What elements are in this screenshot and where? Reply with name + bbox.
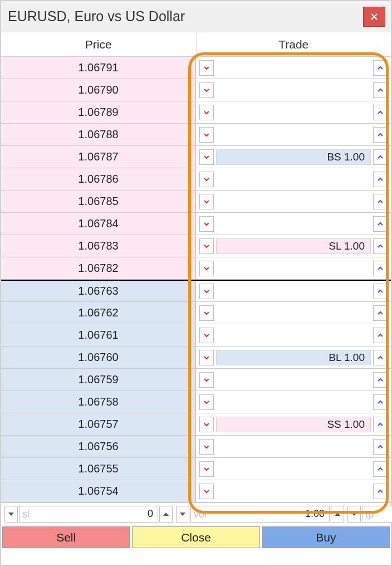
price-cell[interactable]: 1.06790: [1, 79, 196, 101]
price-row: 1.06782: [1, 257, 391, 280]
trade-decrement[interactable]: [199, 238, 214, 254]
trade-cell: [196, 480, 391, 502]
trade-cell: [196, 101, 391, 123]
trade-decrement[interactable]: [199, 261, 214, 276]
sl-decrement[interactable]: [4, 506, 18, 523]
trade-increment[interactable]: [373, 194, 388, 209]
trade-increment[interactable]: [373, 284, 388, 299]
chevron-down-icon: [203, 421, 210, 428]
price-cell[interactable]: 1.06784: [1, 213, 196, 235]
chevron-down-icon: [203, 220, 210, 228]
trade-decrement[interactable]: [199, 82, 214, 98]
vol-decrement[interactable]: [176, 506, 189, 523]
trade-increment[interactable]: [373, 82, 388, 98]
trade-increment[interactable]: [373, 461, 388, 477]
trade-increment[interactable]: [373, 350, 388, 365]
close-window-button[interactable]: [363, 7, 385, 27]
trade-decrement[interactable]: [199, 394, 214, 410]
trade-increment[interactable]: [373, 372, 388, 388]
trade-increment[interactable]: [373, 328, 388, 343]
trade-decrement[interactable]: [199, 127, 214, 143]
price-cell[interactable]: 1.06787: [1, 146, 196, 168]
trade-cell: SS 1.00: [196, 413, 391, 435]
price-row: 1.06790: [1, 79, 391, 101]
sl-input[interactable]: [19, 506, 158, 523]
price-cell[interactable]: 1.06755: [1, 458, 196, 480]
price-cell[interactable]: 1.06756: [1, 436, 196, 457]
chevron-down-icon: [203, 331, 210, 339]
chevron-up-icon: [376, 487, 384, 495]
price-cell[interactable]: 1.06789: [1, 101, 196, 123]
trade-increment[interactable]: [373, 394, 388, 410]
trade-decrement[interactable]: [199, 350, 214, 365]
trade-decrement[interactable]: [199, 484, 214, 499]
trade-value: BL 1.00: [216, 350, 371, 365]
trade-increment[interactable]: [373, 127, 388, 143]
chevron-up-icon: [376, 198, 384, 206]
trade-decrement[interactable]: [199, 305, 214, 321]
trade-decrement[interactable]: [199, 439, 214, 455]
trade-decrement[interactable]: [199, 461, 214, 477]
trade-increment[interactable]: [373, 261, 388, 276]
chevron-down-icon: [180, 513, 185, 516]
close-order-button[interactable]: Close: [132, 526, 259, 548]
price-cell[interactable]: 1.06759: [1, 369, 196, 391]
trade-decrement[interactable]: [199, 372, 214, 388]
chevron-down-icon: [203, 175, 210, 183]
trade-decrement[interactable]: [199, 60, 214, 76]
price-cell[interactable]: 1.06783: [1, 235, 196, 257]
vol-input[interactable]: [190, 506, 330, 523]
chevron-up-icon: [376, 398, 384, 406]
chevron-up-icon: [376, 109, 384, 116]
trade-decrement[interactable]: [199, 149, 214, 165]
trade-cell: [196, 213, 391, 235]
trade-decrement[interactable]: [199, 172, 214, 187]
price-cell[interactable]: 1.06761: [1, 324, 196, 346]
trade-cell: [196, 57, 391, 79]
chevron-up-icon: [335, 513, 340, 516]
trade-header: Trade: [197, 32, 391, 56]
sell-button[interactable]: Sell: [2, 526, 130, 548]
price-row: 1.06791: [1, 57, 391, 79]
trade-increment[interactable]: [373, 216, 388, 232]
buy-button[interactable]: Buy: [262, 526, 390, 548]
trade-increment[interactable]: [373, 172, 388, 187]
trade-increment[interactable]: [373, 238, 388, 254]
trade-decrement[interactable]: [199, 216, 214, 232]
price-cell[interactable]: 1.06788: [1, 124, 196, 145]
trade-decrement[interactable]: [199, 284, 214, 299]
price-cell[interactable]: 1.06754: [1, 480, 196, 502]
price-cell[interactable]: 1.06757: [1, 413, 196, 435]
trade-increment[interactable]: [373, 484, 388, 499]
trade-increment[interactable]: [373, 305, 388, 321]
price-cell[interactable]: 1.06785: [1, 191, 196, 212]
price-cell[interactable]: 1.06760: [1, 347, 196, 368]
chevron-down-icon: [203, 86, 210, 94]
vol-increment[interactable]: [331, 506, 344, 523]
sl-increment[interactable]: [159, 506, 173, 523]
price-row: 1.06759: [1, 369, 391, 391]
trade-increment[interactable]: [373, 105, 388, 120]
price-cell[interactable]: 1.06791: [1, 57, 196, 79]
price-row: 1.06758: [1, 391, 391, 413]
price-cell[interactable]: 1.06782: [1, 257, 196, 279]
trade-decrement[interactable]: [199, 417, 214, 432]
trade-cell: [196, 257, 391, 279]
trade-decrement[interactable]: [199, 105, 214, 120]
tp-decrement[interactable]: [347, 506, 361, 523]
trade-increment[interactable]: [373, 60, 388, 76]
chevron-down-icon: [203, 487, 210, 495]
tp-input[interactable]: [362, 506, 392, 523]
price-cell[interactable]: 1.06758: [1, 391, 196, 413]
trade-value: [216, 484, 371, 499]
chevron-up-icon: [376, 131, 384, 139]
trade-increment[interactable]: [373, 439, 388, 455]
trade-increment[interactable]: [373, 417, 388, 432]
price-cell[interactable]: 1.06763: [1, 281, 196, 301]
trade-increment[interactable]: [373, 149, 388, 165]
price-row: 1.06754: [1, 480, 391, 502]
trade-decrement[interactable]: [199, 328, 214, 343]
trade-decrement[interactable]: [199, 194, 214, 209]
price-cell[interactable]: 1.06762: [1, 302, 196, 324]
price-cell[interactable]: 1.06786: [1, 168, 196, 190]
